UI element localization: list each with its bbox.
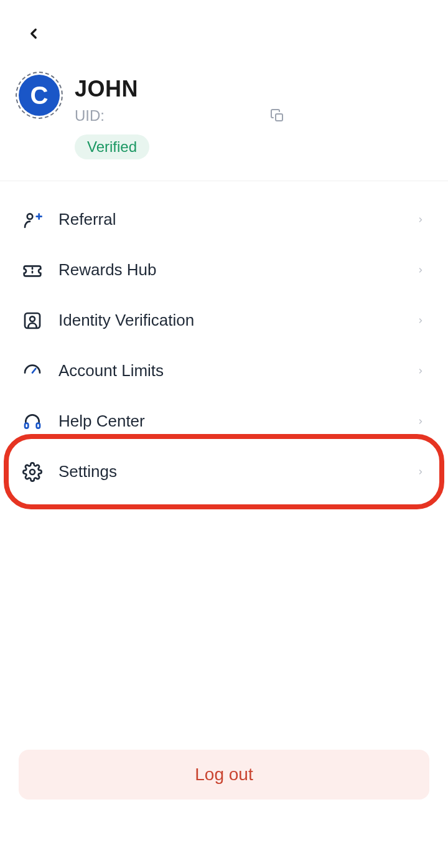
avatar[interactable]: C (19, 75, 60, 116)
headset-icon (21, 410, 44, 433)
menu-item-help-center[interactable]: Help Center (0, 396, 448, 446)
menu-label: Account Limits (58, 361, 414, 380)
user-plus-icon (21, 209, 44, 231)
menu-item-settings[interactable]: Settings (0, 446, 448, 497)
svg-rect-0 (276, 114, 282, 121)
svg-rect-9 (25, 423, 28, 428)
back-button[interactable] (21, 21, 46, 46)
copy-icon (270, 108, 285, 123)
chevron-right-icon (414, 314, 427, 327)
chevron-right-icon (414, 415, 427, 428)
profile-section: C JOHN UID: Verified (19, 75, 429, 159)
svg-point-7 (30, 316, 35, 321)
svg-point-1 (27, 214, 33, 219)
menu-label: Referral (58, 210, 414, 229)
chevron-right-icon (414, 264, 427, 276)
chevron-left-icon (26, 24, 42, 43)
chevron-right-icon (414, 466, 427, 478)
chevron-right-icon (414, 214, 427, 226)
svg-point-11 (30, 469, 35, 474)
menu-label: Settings (58, 462, 414, 481)
chevron-right-icon (414, 365, 427, 377)
svg-line-8 (32, 369, 35, 373)
menu-item-referral[interactable]: Referral (0, 194, 448, 245)
menu-item-account-limits[interactable]: Account Limits (0, 346, 448, 396)
uid-label: UID: (75, 107, 105, 125)
gauge-icon (21, 360, 44, 382)
avatar-letter: C (30, 82, 49, 110)
copy-button[interactable] (269, 107, 286, 125)
svg-rect-10 (37, 423, 40, 428)
verified-badge: Verified (75, 134, 149, 159)
logout-label: Log out (195, 765, 253, 785)
menu-label: Help Center (58, 412, 414, 431)
divider (0, 181, 448, 181)
menu-item-identity-verification[interactable]: Identity Verification (0, 295, 448, 346)
profile-info: JOHN UID: Verified (75, 75, 429, 159)
id-icon (21, 309, 44, 332)
ticket-icon (21, 259, 44, 281)
menu-list: Referral Rewards Hub (0, 194, 448, 497)
uid-row: UID: (75, 107, 429, 125)
menu-label: Rewards Hub (58, 260, 414, 280)
logout-button[interactable]: Log out (19, 750, 429, 800)
gear-icon (21, 461, 44, 483)
menu-label: Identity Verification (58, 311, 414, 330)
menu-item-rewards-hub[interactable]: Rewards Hub (0, 245, 448, 295)
profile-name: JOHN (75, 76, 429, 102)
